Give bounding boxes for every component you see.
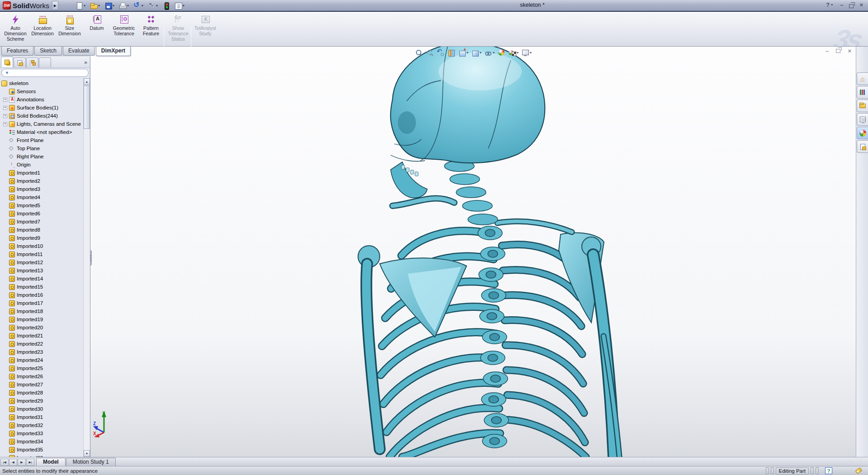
view-tool-button[interactable]: ▾: [448, 49, 455, 57]
tree-item[interactable]: Imported36: [0, 454, 83, 457]
tree-item[interactable]: Imported14: [0, 275, 83, 283]
ribbon-button[interactable]: Pattern Feature: [138, 14, 164, 36]
tree-item[interactable]: Imported4: [0, 193, 83, 201]
panel-overflow-chevron-icon[interactable]: »: [84, 59, 89, 66]
ribbon-button[interactable]: Auto Dimension Scheme: [2, 14, 28, 42]
tree-item[interactable]: Imported32: [0, 421, 83, 429]
tree-item[interactable]: Imported9: [0, 234, 83, 242]
minimize-button[interactable]: –: [839, 1, 844, 9]
dropdown-arrow-icon[interactable]: ▾: [113, 4, 114, 8]
tree-item[interactable]: Imported18: [0, 307, 83, 315]
tree-item[interactable]: Imported2: [0, 177, 83, 185]
tree-item[interactable]: Imported27: [0, 380, 83, 389]
panel-splitter-handle[interactable]: [90, 250, 92, 266]
tree-item[interactable]: Imported21: [0, 332, 83, 340]
dropdown-arrow-icon[interactable]: ▾: [156, 4, 158, 8]
dropdown-arrow-icon[interactable]: ▾: [480, 51, 481, 55]
view-tool-button[interactable]: ▾: [509, 49, 519, 57]
command-tab[interactable]: DimXpert: [96, 47, 131, 56]
tab-nav-button[interactable]: ▶|: [26, 459, 34, 466]
panel-tab[interactable]: [1, 57, 13, 67]
tree-item[interactable]: Solid Bodies(244): [0, 112, 83, 120]
tree-item[interactable]: Imported23: [0, 348, 83, 356]
task-pane-button[interactable]: [857, 100, 868, 112]
tree-item[interactable]: Imported8: [0, 226, 83, 234]
view-tool-button[interactable]: ▾: [485, 49, 495, 57]
tree-item[interactable]: skeleton: [0, 79, 83, 87]
view-tool-button[interactable]: ▾: [415, 49, 423, 57]
task-pane-button[interactable]: [857, 86, 868, 99]
expand-toggle-icon[interactable]: [3, 122, 7, 126]
tab-nav-button[interactable]: ▶: [18, 459, 26, 466]
view-tool-button[interactable]: ▾: [426, 49, 434, 57]
tree-item[interactable]: Imported33: [0, 429, 83, 437]
scroll-thumb[interactable]: [84, 86, 90, 129]
panel-tab[interactable]: [39, 57, 51, 67]
close-button[interactable]: ×: [858, 1, 864, 9]
ribbon-button[interactable]: Datum: [84, 14, 110, 31]
restore-button[interactable]: [849, 4, 854, 8]
tree-item[interactable]: Imported31: [0, 413, 83, 421]
dropdown-arrow-icon[interactable]: ▾: [467, 51, 468, 55]
document-minimize-button[interactable]: –: [826, 48, 829, 54]
expand-toggle-icon[interactable]: [3, 114, 7, 118]
expand-toggle-icon[interactable]: [3, 106, 7, 110]
toolbar-button[interactable]: ▾: [75, 1, 86, 10]
command-tab[interactable]: Evaluate: [63, 47, 95, 56]
document-view-tab[interactable]: Model: [36, 458, 66, 466]
tree-item[interactable]: Imported10: [0, 242, 83, 250]
tree-item[interactable]: Imported19: [0, 315, 83, 323]
tree-item[interactable]: Imported1: [0, 169, 83, 177]
tree-item[interactable]: Imported26: [0, 372, 83, 380]
tree-item[interactable]: Imported15: [0, 283, 83, 291]
tree-item[interactable]: Imported11: [0, 250, 83, 258]
tree-item[interactable]: Sensors: [0, 87, 83, 95]
graphics-viewport[interactable]: ▾ ▾ ▾ ▾ ▾: [90, 47, 856, 457]
expand-toggle-icon[interactable]: [3, 98, 7, 102]
tree-item[interactable]: Imported17: [0, 299, 83, 307]
ribbon-button[interactable]: Size Dimension: [57, 14, 83, 36]
command-tab[interactable]: Sketch: [34, 47, 62, 56]
panel-tab[interactable]: [14, 57, 26, 67]
tag-icon[interactable]: [855, 467, 863, 474]
view-tool-button[interactable]: ▾: [498, 49, 505, 57]
toolbar-button[interactable]: ▾: [174, 1, 185, 10]
tree-item[interactable]: Imported25: [0, 364, 83, 372]
tree-item[interactable]: Imported12: [0, 258, 83, 266]
task-pane-button[interactable]: ⌂: [857, 72, 868, 85]
tree-item[interactable]: Origin: [0, 161, 83, 169]
toolbar-button[interactable]: ▾: [104, 1, 115, 10]
panel-tab[interactable]: [26, 57, 38, 67]
view-tool-button[interactable]: ▾: [472, 49, 481, 57]
document-restore-button[interactable]: [836, 49, 840, 53]
ribbon-button[interactable]: Geometric Tolerance: [111, 14, 137, 36]
toolbar-button[interactable]: ▾: [118, 1, 130, 10]
toolbar-button[interactable]: ▾: [89, 1, 101, 10]
toolbar-button[interactable]: ▾: [147, 1, 159, 10]
toolbar-button[interactable]: ▾: [161, 1, 171, 10]
tree-item[interactable]: Front Plane: [0, 136, 83, 144]
task-pane-button[interactable]: [857, 113, 868, 126]
tree-item[interactable]: Imported22: [0, 340, 83, 348]
tree-item[interactable]: Top Plane: [0, 144, 83, 152]
tree-item[interactable]: Imported3: [0, 185, 83, 193]
tree-item[interactable]: Imported34: [0, 437, 83, 446]
tab-nav-button[interactable]: |◀: [0, 459, 9, 466]
tree-item[interactable]: Imported28: [0, 389, 83, 397]
scroll-down-arrow-icon[interactable]: ▼: [84, 450, 90, 457]
tree-item[interactable]: Imported35: [0, 446, 83, 454]
dropdown-arrow-icon[interactable]: ▾: [127, 4, 129, 8]
dropdown-arrow-icon[interactable]: ▾: [84, 4, 85, 8]
help-button[interactable]: ?▾: [825, 1, 834, 9]
tree-scrollbar[interactable]: ▲ ▼: [83, 78, 90, 457]
toolbar-button[interactable]: ▾: [132, 1, 144, 10]
tab-nav-button[interactable]: ◀: [9, 459, 17, 466]
skeleton-3d-model[interactable]: [90, 47, 856, 457]
view-tool-button[interactable]: ▾: [437, 49, 444, 57]
ribbon-button[interactable]: Show Tolerance Status: [165, 14, 191, 42]
tree-item[interactable]: Imported6: [0, 209, 83, 218]
quick-tips-help-icon[interactable]: ?: [825, 467, 832, 474]
tree-item[interactable]: Annotations: [0, 95, 83, 104]
tree-item[interactable]: Imported24: [0, 356, 83, 364]
scroll-up-arrow-icon[interactable]: ▲: [84, 78, 90, 85]
